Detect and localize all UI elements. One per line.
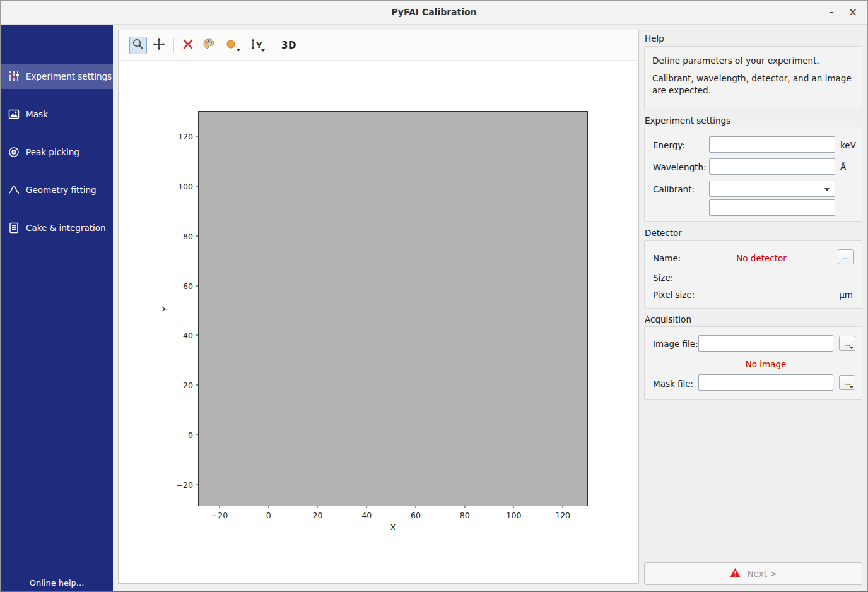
x-tick-label: −20 <box>211 511 228 520</box>
y-tick-label: 120 <box>178 132 193 141</box>
y-axis-title: Y <box>160 306 170 311</box>
x-tick-label: 40 <box>361 511 372 520</box>
x-axis-title: X <box>390 523 396 532</box>
browse-label: ... <box>844 339 850 348</box>
next-button[interactable]: Next > <box>644 562 862 585</box>
online-help-link[interactable]: Online help... <box>1 578 113 588</box>
mask-file-label: Mask file: <box>653 379 693 389</box>
sidebar-item-label: Mask <box>26 109 48 119</box>
detector-section-title: Detector <box>645 228 682 238</box>
mask-file-browse-button[interactable]: ... <box>839 375 855 390</box>
toolbar-separator <box>173 38 174 53</box>
image-file-field[interactable] <box>698 335 833 352</box>
y-tick-mark <box>196 136 199 137</box>
x-tick-label: 120 <box>555 511 570 520</box>
app-window: PyFAI Calibration – × Experiment setting… <box>0 0 868 592</box>
y-axis-orientation-button[interactable]: Y <box>245 37 267 54</box>
y-tick-label: 60 <box>183 281 193 290</box>
y-tick-label: 0 <box>188 430 193 439</box>
sidebar-item-cake-integration[interactable]: Cake & integration <box>1 215 113 240</box>
image-file-browse-button[interactable]: ... <box>839 336 855 351</box>
magnifier-icon <box>132 38 144 52</box>
energy-unit: keV <box>840 140 856 150</box>
dropdown-arrow-icon <box>261 49 265 52</box>
x-tick-mark <box>464 506 465 508</box>
help-section-title: Help <box>645 33 664 44</box>
y-tick-mark <box>196 335 199 336</box>
plot-toolbar: Y 3D <box>119 30 638 61</box>
chevron-down-icon <box>824 188 830 191</box>
acquisition-section-title: Acquisition <box>645 314 691 324</box>
wavelength-unit: Å <box>840 162 846 172</box>
mask-file-field[interactable] <box>698 374 833 391</box>
x-tick-mark <box>513 506 514 508</box>
3d-label: 3D <box>281 40 296 51</box>
x-tick-label: 20 <box>313 511 323 520</box>
peak-curve-icon <box>8 184 20 196</box>
y-tick-mark <box>196 235 199 236</box>
zoom-button[interactable] <box>129 37 147 54</box>
detector-name-label: Name: <box>653 253 681 263</box>
x-tick-mark <box>268 506 269 508</box>
document-lines-icon <box>8 222 20 234</box>
minimize-button[interactable]: – <box>822 1 841 25</box>
energy-label: Energy: <box>653 140 685 150</box>
titlebar: PyFAI Calibration – × <box>1 1 867 25</box>
dropdown-arrow-icon <box>850 347 853 349</box>
move-arrows-icon <box>153 38 165 52</box>
y-tick-label: 40 <box>183 331 193 340</box>
palette-icon <box>202 38 215 52</box>
x-tick-label: 100 <box>506 511 521 520</box>
warning-triangle-icon <box>729 567 741 580</box>
mask-image-icon <box>8 108 20 121</box>
help-box: Define parameters of your experiment. Ca… <box>644 46 862 109</box>
sidebar-item-experiment-settings[interactable]: Experiment settings <box>1 64 113 89</box>
y-tick-mark <box>196 484 199 485</box>
image-file-label: Image file: <box>653 339 698 349</box>
marker-style-button[interactable] <box>221 37 242 54</box>
detector-box: Name: No detector ... Size: Pixel size: … <box>644 240 862 309</box>
detector-pixel-size-label: Pixel size: <box>653 290 695 300</box>
experiment-settings-box: Energy: keV Wavelength: Å Calibrant: <box>644 127 862 222</box>
sidebar: Experiment settings Mask Peak picking <box>1 25 113 592</box>
x-tick-mark <box>563 506 563 508</box>
wavelength-field[interactable] <box>709 158 835 175</box>
energy-field[interactable] <box>709 136 835 153</box>
calibrant-select[interactable] <box>709 181 835 197</box>
crosshair-button[interactable] <box>179 37 197 54</box>
next-button-label: Next > <box>747 569 777 579</box>
3d-view-button[interactable]: 3D <box>278 37 300 54</box>
y-tick-label: −20 <box>177 480 193 489</box>
sidebar-item-label: Cake & integration <box>26 223 106 233</box>
plot-panel: Y 3D X Y −20020406080100120−200204060801… <box>118 30 639 584</box>
sidebar-item-mask[interactable]: Mask <box>1 102 113 127</box>
y-tick-label: 20 <box>183 381 193 390</box>
image-status: No image <box>698 359 833 369</box>
x-tick-mark <box>220 506 220 508</box>
sidebar-item-peak-picking[interactable]: Peak picking <box>1 139 113 165</box>
sliders-icon <box>8 70 20 83</box>
pan-button[interactable] <box>150 37 168 54</box>
browse-label: ... <box>844 378 850 387</box>
close-button[interactable]: × <box>843 1 862 25</box>
detector-size-label: Size: <box>653 273 673 283</box>
help-paragraph-1: Define parameters of your experiment. <box>652 55 854 68</box>
y-tick-mark <box>196 285 199 286</box>
colormap-button[interactable] <box>200 37 218 54</box>
help-paragraph-2: Calibrant, wavelength, detector, and an … <box>652 73 854 97</box>
dropdown-arrow-icon <box>237 49 240 52</box>
x-tick-mark <box>317 506 318 508</box>
y-axis-label: Y <box>256 41 262 50</box>
y-tick-label: 100 <box>178 182 193 191</box>
detector-browse-button[interactable]: ... <box>838 249 854 264</box>
toolbar-separator <box>273 38 273 53</box>
sidebar-item-geometry-fitting[interactable]: Geometry fitting <box>1 177 113 203</box>
calibrant-label: Calibrant: <box>653 184 695 194</box>
y-tick-mark <box>196 434 199 435</box>
x-tick-label: 0 <box>266 511 271 520</box>
calibrant-filter-field[interactable] <box>709 199 835 216</box>
experiment-settings-section-title: Experiment settings <box>645 115 730 126</box>
detector-name-value: No detector <box>689 253 834 263</box>
plot-area[interactable]: X Y −20020406080100120−20020406080100120 <box>198 111 588 506</box>
orange-dot-icon <box>225 38 238 52</box>
